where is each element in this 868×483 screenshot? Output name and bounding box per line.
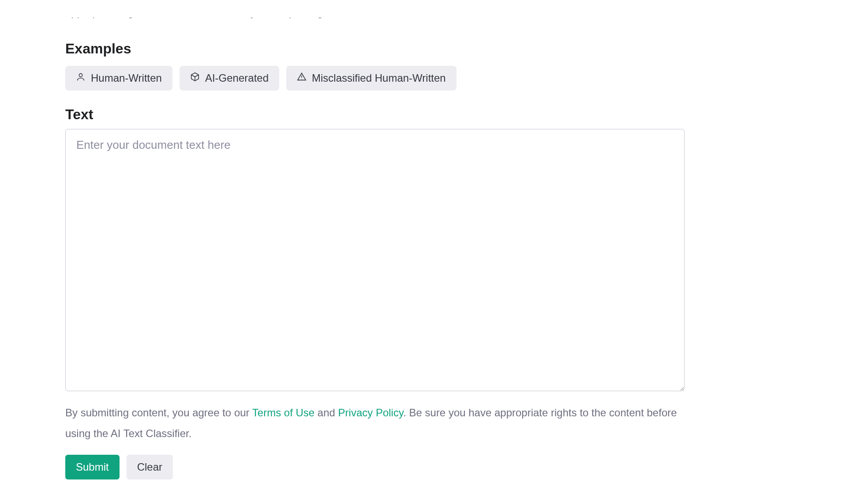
example-misclassified-button[interactable]: Misclassified Human-Written (286, 66, 456, 91)
submit-button[interactable]: Submit (65, 455, 120, 479)
examples-heading: Examples (65, 41, 685, 57)
example-human-written-label: Human-Written (91, 72, 162, 84)
example-ai-generated-button[interactable]: AI-Generated (180, 66, 279, 91)
partial-cut-text: appropriate rights to the content before… (65, 18, 685, 24)
disclaimer-and: and (314, 407, 338, 419)
disclaimer-prefix: By submitting content, you agree to our (65, 407, 252, 419)
person-icon (76, 72, 86, 84)
page-container: appropriate rights to the content before… (0, 0, 750, 483)
disclaimer-text: By submitting content, you agree to our … (65, 403, 685, 444)
terms-of-use-link[interactable]: Terms of Use (252, 407, 314, 419)
privacy-policy-link[interactable]: Privacy Policy (338, 407, 404, 419)
document-text-input[interactable] (65, 129, 685, 391)
example-human-written-button[interactable]: Human-Written (65, 66, 172, 91)
warning-triangle-icon (297, 72, 307, 84)
svg-point-2 (301, 79, 302, 79)
examples-row: Human-Written AI-Generated Misclassified… (65, 66, 685, 91)
cube-icon (190, 72, 200, 84)
partial-cut-text-content: appropriate rights to the content before… (65, 18, 685, 20)
text-heading: Text (65, 106, 685, 123)
example-ai-generated-label: AI-Generated (205, 72, 269, 84)
action-row: Submit Clear (65, 455, 685, 479)
clear-button[interactable]: Clear (127, 455, 173, 479)
svg-point-0 (79, 74, 82, 77)
example-misclassified-label: Misclassified Human-Written (312, 72, 446, 84)
